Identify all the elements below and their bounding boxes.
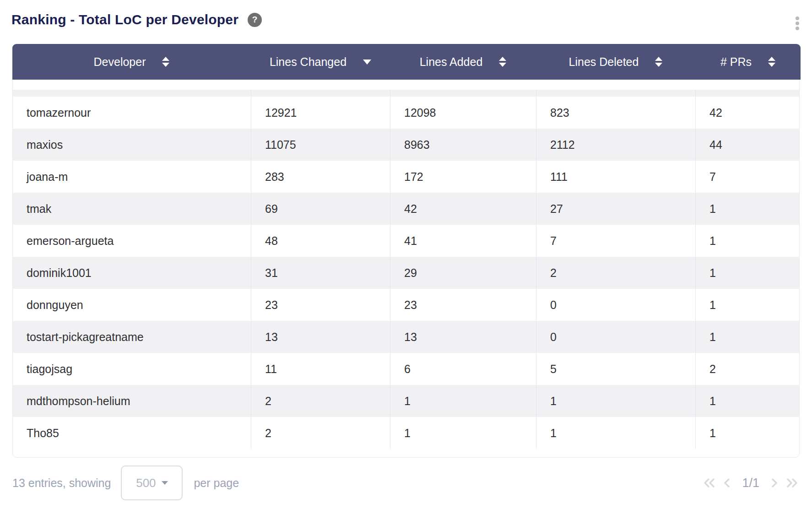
cell-prs: 1 bbox=[696, 225, 799, 257]
column-header-developer[interactable]: Developer bbox=[12, 44, 251, 80]
cell-lines-deleted: 1 bbox=[536, 385, 696, 417]
page-indicator: 1/1 bbox=[742, 476, 759, 490]
page-size-value: 500 bbox=[136, 476, 156, 490]
cell-lines-changed: 11 bbox=[251, 353, 390, 385]
cell-lines-deleted: 111 bbox=[536, 161, 696, 193]
cell-lines-added: 12098 bbox=[390, 97, 536, 129]
column-header-lines-deleted[interactable]: Lines Deleted bbox=[536, 44, 695, 80]
cell-prs: 44 bbox=[696, 129, 799, 161]
cell-developer: joana-m bbox=[13, 161, 251, 193]
cell-developer: tmak bbox=[13, 193, 251, 225]
cell-prs: 1 bbox=[696, 289, 799, 321]
cell-prs: 1 bbox=[696, 193, 799, 225]
cell-prs: 42 bbox=[696, 97, 799, 129]
entries-count-label: 13 entries, showing bbox=[12, 477, 111, 490]
cell-lines-added: 1 bbox=[390, 385, 536, 417]
cell-lines-added: 13 bbox=[390, 321, 536, 353]
cell-developer: Tho85 bbox=[13, 417, 251, 449]
table-row[interactable]: tomazernour 12921 12098 823 42 bbox=[13, 97, 799, 129]
cell-lines-changed: 13 bbox=[251, 321, 390, 353]
previous-page-icon[interactable] bbox=[722, 476, 733, 490]
cell-lines-deleted: 7 bbox=[536, 225, 696, 257]
cell-lines-changed: 31 bbox=[251, 257, 390, 289]
cell-lines-deleted: 823 bbox=[536, 97, 696, 129]
sort-both-icon bbox=[499, 57, 506, 67]
cell-lines-deleted: 5 bbox=[536, 353, 696, 385]
cell-lines-added: 23 bbox=[390, 289, 536, 321]
pagination: 1/1 bbox=[702, 476, 800, 490]
cell-developer: donnguyen bbox=[13, 289, 251, 321]
table-row[interactable]: dominik1001 31 29 2 1 bbox=[13, 257, 799, 289]
cell-lines-added: 8963 bbox=[390, 129, 536, 161]
sort-both-icon bbox=[162, 57, 169, 67]
partial-scrolled-row bbox=[13, 90, 799, 97]
column-header-prs[interactable]: # PRs bbox=[695, 44, 801, 80]
cell-lines-changed: 12921 bbox=[251, 97, 390, 129]
cell-developer: mdthompson-helium bbox=[13, 385, 251, 417]
page-title: Ranking - Total LoC per Developer bbox=[11, 12, 238, 27]
cell-developer: tostart-pickagreatname bbox=[13, 321, 251, 353]
cell-prs: 2 bbox=[696, 353, 799, 385]
cell-prs: 7 bbox=[696, 161, 799, 193]
cell-developer: emerson-argueta bbox=[13, 225, 251, 257]
table-row[interactable]: tiagojsag 11 6 5 2 bbox=[13, 353, 799, 385]
last-page-icon[interactable] bbox=[784, 476, 800, 490]
cell-lines-deleted: 1 bbox=[536, 417, 696, 449]
cell-lines-added: 29 bbox=[390, 257, 536, 289]
kebab-menu-icon[interactable] bbox=[796, 16, 799, 30]
cell-lines-changed: 283 bbox=[251, 161, 390, 193]
table-body: tomazernour 12921 12098 823 42 maxios 11… bbox=[13, 80, 799, 449]
cell-prs: 1 bbox=[696, 257, 799, 289]
cell-lines-added: 6 bbox=[390, 353, 536, 385]
table-row[interactable]: mdthompson-helium 2 1 1 1 bbox=[13, 385, 799, 417]
sort-desc-icon bbox=[363, 60, 371, 65]
cell-lines-deleted: 0 bbox=[536, 289, 696, 321]
table-row[interactable]: donnguyen 23 23 0 1 bbox=[13, 289, 799, 321]
cell-prs: 1 bbox=[696, 385, 799, 417]
table-row[interactable]: tostart-pickagreatname 13 13 0 1 bbox=[13, 321, 799, 353]
table-row[interactable]: maxios 11075 8963 2112 44 bbox=[13, 129, 799, 161]
table-footer: 13 entries, showing 500 per page 1/1 bbox=[12, 465, 800, 501]
per-page-label: per page bbox=[194, 477, 239, 490]
cell-prs: 1 bbox=[696, 321, 799, 353]
cell-developer: tomazernour bbox=[13, 97, 251, 129]
scroll-gap bbox=[13, 80, 799, 90]
cell-lines-added: 172 bbox=[390, 161, 536, 193]
table-row[interactable]: emerson-argueta 48 41 7 1 bbox=[13, 225, 799, 257]
cell-lines-changed: 48 bbox=[251, 225, 390, 257]
sort-both-icon bbox=[655, 57, 662, 67]
cell-lines-added: 41 bbox=[390, 225, 536, 257]
cell-developer: tiagojsag bbox=[13, 353, 251, 385]
ranking-table: Developer Lines Changed Lines Added Line… bbox=[12, 44, 800, 458]
cell-lines-changed: 23 bbox=[251, 289, 390, 321]
column-header-lines-added[interactable]: Lines Added bbox=[390, 44, 536, 80]
cell-lines-deleted: 27 bbox=[536, 193, 696, 225]
cell-developer: dominik1001 bbox=[13, 257, 251, 289]
cell-lines-deleted: 2 bbox=[536, 257, 696, 289]
table-row[interactable]: joana-m 283 172 111 7 bbox=[13, 161, 799, 193]
cell-lines-added: 42 bbox=[390, 193, 536, 225]
cell-lines-deleted: 0 bbox=[536, 321, 696, 353]
cell-lines-changed: 11075 bbox=[251, 129, 390, 161]
sort-both-icon bbox=[768, 57, 775, 67]
cell-developer: maxios bbox=[13, 129, 251, 161]
cell-lines-added: 1 bbox=[390, 417, 536, 449]
first-page-icon[interactable] bbox=[702, 476, 717, 490]
cell-lines-changed: 69 bbox=[251, 193, 390, 225]
loc-ranking-widget: Ranking - Total LoC per Developer ? Deve… bbox=[0, 0, 812, 509]
cell-lines-changed: 2 bbox=[251, 417, 390, 449]
column-header-lines-changed[interactable]: Lines Changed bbox=[251, 44, 390, 80]
chevron-down-icon bbox=[162, 481, 168, 485]
page-size-dropdown[interactable]: 500 bbox=[121, 466, 183, 500]
table-header-row: Developer Lines Changed Lines Added Line… bbox=[12, 44, 801, 80]
next-page-icon[interactable] bbox=[769, 476, 780, 490]
titlebar: Ranking - Total LoC per Developer ? bbox=[11, 12, 262, 27]
table-row[interactable]: tmak 69 42 27 1 bbox=[13, 193, 799, 225]
help-icon[interactable]: ? bbox=[248, 13, 262, 27]
table-row[interactable]: Tho85 2 1 1 1 bbox=[13, 417, 799, 449]
cell-lines-deleted: 2112 bbox=[536, 129, 696, 161]
cell-prs: 1 bbox=[696, 417, 799, 449]
cell-lines-changed: 2 bbox=[251, 385, 390, 417]
